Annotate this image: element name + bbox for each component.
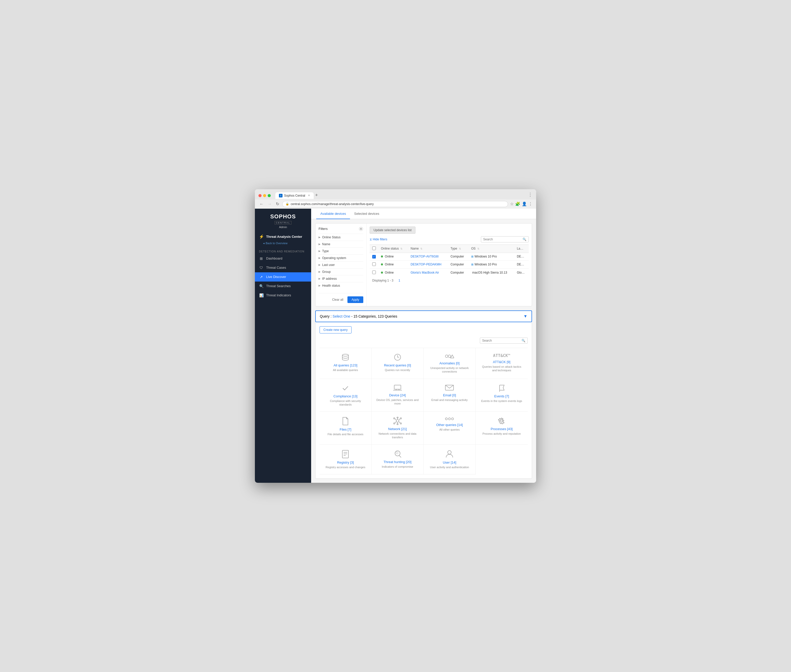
svg-point-17 [393,418,395,419]
threat-hunting-desc: Indicators of compromise [376,465,420,469]
clear-all-button[interactable]: Clear all [330,296,345,303]
hide-filters-button[interactable]: ⧖ Hide filters [370,238,387,241]
sidebar-item-live-discover[interactable]: ↗ Live Discover [255,272,311,282]
filter-group[interactable]: ▶ Group [318,268,363,275]
tab-selected-devices[interactable]: Selected devices [350,209,383,219]
category-registry[interactable]: Registry [3] Registry accesses and chang… [320,445,372,474]
create-new-query-button[interactable]: Create new query [320,326,352,333]
back-to-overview-link[interactable]: ◂ Back to Overview [255,241,311,248]
row2-status-cell: Online [379,260,408,269]
row3-name-cell[interactable]: Gloria's MacBook Air [408,269,448,277]
tab-close-button[interactable]: ✕ [308,194,310,197]
profile-icon[interactable]: 👤 [522,202,527,206]
row1-device-link[interactable]: DESKTOP-AVT6G8I [411,255,439,258]
svg-point-0 [342,354,348,356]
category-compliance[interactable]: Compliance [13] Compliance with security… [320,379,372,412]
category-events[interactable]: Events [7] Events in the system events l… [476,379,528,412]
categories-grid: All queries [123] All available queries [320,348,528,474]
category-attck[interactable]: ATT&CK™ ATT&CK [9] Queries based on atta… [476,348,528,379]
category-recent-queries[interactable]: Recent queries [0] Queries run recently [372,348,424,379]
filters-title: Filters [318,227,328,230]
menu-icon[interactable]: ⋮ [529,202,532,206]
browser-tab-sophos[interactable]: S Sophos Central ✕ [275,192,314,199]
admin-label: Admin [259,226,307,229]
url-text: central.sophos.com/manage/threat-analysi… [291,202,374,206]
devices-search-box[interactable]: 🔍 [481,236,529,242]
row2-device-link[interactable]: DESKTOP-PEDAKMH [411,262,441,266]
select-all-checkbox-header[interactable] [370,245,379,253]
sidebar-item-dashboard[interactable]: ⊞ Dashboard [255,254,311,263]
bookmark-icon[interactable]: ☆ [510,202,514,206]
filters-close-button[interactable]: ✕ [359,227,363,231]
row1-checkbox[interactable]: ✓ [372,255,376,259]
back-button[interactable]: ← [259,201,265,207]
row2-checkbox-cell[interactable] [370,260,379,269]
update-selected-devices-button[interactable]: Update selected devices list [370,227,415,234]
row2-name-cell[interactable]: DESKTOP-PEDAKMH [408,260,448,269]
page-1-link[interactable]: 1 [399,279,400,282]
filter-operating-system[interactable]: ▶ Operating system [318,254,363,261]
row3-checkbox[interactable] [372,270,376,274]
filter-type[interactable]: ▶ Type [318,248,363,254]
select-all-checkbox[interactable] [372,246,376,250]
col-online-status[interactable]: Online status ⇅ [379,245,408,253]
main-content: Available devices Selected devices Filte… [311,209,536,483]
col-name-label: Name [411,247,419,250]
category-user[interactable]: User [14] User activity and authenticati… [423,445,476,474]
sidebar-item-threat-cases[interactable]: 🛡 Threat Cases [255,263,311,272]
col-type[interactable]: Type ⇅ [448,245,468,253]
category-threat-hunting[interactable]: Threat hunting [20] Indicators of compro… [372,445,424,474]
sidebar-item-threat-searches[interactable]: 🔍 Threat Searches [255,282,311,291]
extensions-icon[interactable]: 🧩 [515,202,520,206]
filter-online-status[interactable]: ▶ Online Status [318,234,363,241]
devices-layout: Filters ✕ ▶ Online Status ▶ Name ▶ [315,224,532,306]
reload-button[interactable]: ↻ [275,201,280,207]
category-device[interactable]: Device [24] Device OS, patches, services… [372,379,424,412]
row3-checkbox-cell[interactable] [370,269,379,277]
chevron-right-icon: ▶ [318,263,321,266]
query-dropdown[interactable]: Query : Select One - 15 Categories, 123 … [315,310,532,322]
filter-health-status[interactable]: ▶ Health status [318,282,363,289]
filter-name[interactable]: ▶ Name [318,241,363,248]
category-other-queries[interactable]: Other queries [14] All other queries [423,412,476,445]
forward-button[interactable]: → [267,201,273,207]
chevron-right-icon: ▶ [318,243,321,245]
filter-ip-address[interactable]: ▶ IP address [318,275,363,282]
filter-last-user[interactable]: ▶ Last user [318,261,363,268]
category-files[interactable]: Files [7] File details and file accesses [320,412,372,445]
sidebar-item-threat-indicators[interactable]: 📊 Threat Indicators [255,291,311,300]
maximize-window-button[interactable] [268,194,271,197]
devices-search-input[interactable] [483,238,521,241]
apply-button[interactable]: Apply [347,296,363,303]
svg-point-23 [452,418,454,420]
browser-toolbar: ← → ↻ 🔒 central.sophos.com/manage/threat… [255,200,536,209]
col-os[interactable]: OS ⇅ [468,245,515,253]
category-all-queries[interactable]: All queries [123] All available queries [320,348,372,379]
close-window-button[interactable] [259,194,262,197]
network-icon [376,417,420,425]
threat-searches-icon: 🔍 [259,284,264,288]
category-email[interactable]: Email [0] Email and messaging activity [423,379,476,412]
category-processes[interactable]: Processes [43] Process activity and repu… [476,412,528,445]
browser-menu-icon[interactable]: ⋮ [528,192,532,200]
category-anomalies[interactable]: Anomalies [0] Unexpected activity or net… [423,348,476,379]
row3-device-link[interactable]: Gloria's MacBook Air [411,271,439,274]
address-bar[interactable]: 🔒 central.sophos.com/manage/threat-analy… [282,201,508,207]
network-desc: Network connections and data transfers [376,432,420,439]
category-network[interactable]: Network [21] Network connections and dat… [372,412,424,445]
query-search-input[interactable] [482,339,521,342]
new-tab-button[interactable]: + [315,193,318,199]
minimize-window-button[interactable] [263,194,266,197]
row1-checkbox-cell[interactable]: ✓ [370,253,379,260]
devices-section: Filters ✕ ▶ Online Status ▶ Name ▶ [315,223,532,306]
row2-checkbox[interactable] [372,262,376,266]
filter-health-label: Health status [322,284,340,287]
row1-name-cell[interactable]: DESKTOP-AVT6G8I [408,253,448,260]
row1-status: Online [385,255,394,258]
svg-point-29 [395,451,400,456]
sidebar-item-threat-analysis-center[interactable]: ⚡ Threat Analysis Center [255,231,311,241]
col-name[interactable]: Name ⇅ [408,245,448,253]
query-search-box[interactable]: 🔍 [480,338,528,344]
tab-available-devices[interactable]: Available devices [316,209,350,219]
svg-line-30 [399,455,401,458]
